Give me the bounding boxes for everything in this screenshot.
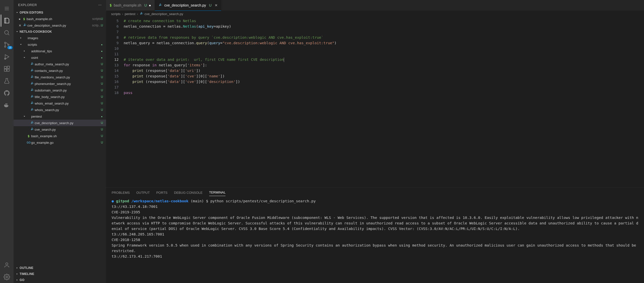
python-icon [30, 127, 35, 131]
terminal-output[interactable]: ● gitpod /workspace/netlas-cookbook (mai… [106, 197, 644, 283]
settings-gear-icon[interactable] [1, 271, 13, 283]
code-line[interactable]: # retrieve data from responses by query … [124, 35, 644, 40]
svg-rect-10 [4, 66, 7, 69]
code-line[interactable]: # create new connection to Netlas [124, 18, 644, 24]
line-number: 16 [106, 79, 119, 84]
explorer-icon[interactable] [1, 15, 13, 27]
sidebar-title: EXPLORER ⋯ [14, 0, 106, 10]
folder-item[interactable]: osint [14, 54, 106, 61]
panel-tab[interactable]: PROBLEMS [112, 189, 130, 196]
docker-icon[interactable] [1, 99, 13, 111]
code-line[interactable]: # iterate over data and print: url, firs… [124, 57, 644, 62]
github-icon[interactable] [1, 87, 13, 99]
folder-item[interactable]: scripts [14, 41, 106, 48]
svg-rect-18 [6, 104, 6, 104]
shell-icon: $ [110, 3, 112, 7]
code-line[interactable] [124, 46, 644, 51]
file-item[interactable]: phonenumber_search.pyU [14, 80, 106, 87]
file-item[interactable]: contacts_search.pyU [14, 67, 106, 74]
shell-icon: $ [22, 17, 27, 21]
chevron-down-icon [19, 43, 23, 46]
line-number: 13 [106, 62, 119, 68]
editor-tab[interactable]: $bash_example.shU● [106, 0, 155, 11]
go-header[interactable]: GO [14, 277, 106, 283]
close-icon[interactable]: ✕ [215, 3, 218, 7]
breadcrumb-item[interactable]: scripts [111, 12, 121, 16]
folder-item[interactable]: additional_tips [14, 48, 106, 54]
account-icon[interactable] [1, 259, 13, 271]
editor-tab[interactable]: cve_description_search.pyU✕ [155, 0, 221, 11]
code-line[interactable]: pass [124, 90, 644, 96]
code-content[interactable]: # create new connection to Netlasnetlas_… [124, 18, 644, 187]
search-icon[interactable] [1, 27, 13, 39]
code-line[interactable]: print (response['data']['cve'][0]['descr… [124, 79, 644, 84]
file-item[interactable]: file_mentions_search.pyU [14, 74, 106, 80]
folder-item[interactable]: pentest [14, 113, 106, 120]
git-status: U [101, 134, 103, 138]
line-number: 12 [106, 57, 119, 62]
code-line[interactable] [124, 84, 644, 90]
svg-rect-12 [7, 69, 9, 71]
file-item[interactable]: GOgo_example.goU [14, 139, 106, 146]
tree-label: file_mentions_search.py [35, 75, 101, 79]
line-gutter: 56789101112131415161718 [106, 18, 124, 187]
file-item[interactable]: title_body_search.pyU [14, 93, 106, 100]
file-item[interactable]: whois_email_search.pyU [14, 100, 106, 107]
open-editor-item[interactable]: ●$bash_example.shscriptsU [14, 16, 106, 22]
line-number: 8 [106, 35, 119, 40]
menu-icon[interactable] [1, 3, 13, 15]
file-desc: scripts [92, 17, 101, 21]
code-line[interactable] [124, 29, 644, 35]
folder-item[interactable]: images [14, 35, 106, 41]
svg-rect-16 [6, 105, 6, 105]
code-line[interactable]: netlas_connection = netlas.Netlas(api_ke… [124, 24, 644, 29]
git-status: U [101, 121, 103, 125]
chevron-down-icon [23, 115, 26, 118]
code-line[interactable]: print (response['data']['cve'][0]['name'… [124, 73, 644, 79]
breadcrumbs[interactable]: scripts›pentest›cve_description_search.p… [106, 11, 644, 17]
code-line[interactable]: print (response['data']['uri']) [124, 68, 644, 73]
file-item[interactable]: author_meta_search.pyU [14, 61, 106, 67]
panel-tab[interactable]: OUTPUT [136, 189, 150, 196]
more-icon[interactable]: ⋯ [98, 3, 102, 7]
tree-label: cve_search.py [35, 128, 101, 131]
tree-label: scripts [28, 43, 101, 46]
git-status: U [101, 17, 103, 21]
tree-label: osint [31, 56, 101, 60]
code-line[interactable]: netlas_query = netlas_connection.query(q… [124, 40, 644, 46]
file-item[interactable]: cve_search.pyU [14, 126, 106, 133]
tree-label: cve_description_search.py [35, 121, 101, 125]
python-icon [30, 108, 35, 112]
tree-label: go_example.go [31, 141, 101, 145]
file-item[interactable]: subdomain_search.pyU [14, 87, 106, 93]
panel-tab[interactable]: PORTS [156, 189, 168, 196]
svg-point-20 [6, 263, 8, 265]
open-editor-item[interactable]: ✕cve_description_search.pyscrip...U [14, 22, 106, 29]
panel-tab[interactable]: DEBUG CONSOLE [174, 189, 202, 196]
timeline-header[interactable]: TIMELINE [14, 271, 106, 277]
main-area: $bash_example.shU●cve_description_search… [106, 0, 644, 283]
extensions-icon[interactable] [1, 63, 13, 75]
file-item[interactable]: $bash_example.shU [14, 133, 106, 139]
project-header[interactable]: NETLAS-COOKBOOK [14, 29, 106, 35]
chevron-right-icon: › [122, 12, 123, 16]
svg-rect-17 [7, 105, 7, 105]
code-line[interactable]: for response in netlas_query['items']: [124, 62, 644, 68]
panel-tab[interactable]: TERMINAL [209, 189, 226, 196]
file-item[interactable]: cve_description_search.pyU [14, 120, 106, 126]
open-editors-header[interactable]: OPEN EDITORS [14, 10, 106, 16]
python-icon [30, 62, 35, 66]
breadcrumb-item[interactable]: cve_description_search.py [140, 12, 183, 16]
close-icon[interactable]: ✕ [19, 24, 21, 27]
beaker-icon[interactable] [1, 75, 13, 87]
line-number: 14 [106, 68, 119, 73]
source-control-icon[interactable]: 18 [1, 39, 13, 51]
editor[interactable]: 56789101112131415161718 # create new con… [106, 17, 644, 187]
run-debug-icon[interactable] [1, 51, 13, 63]
outline-header[interactable]: OUTLINE [14, 265, 106, 271]
code-line[interactable] [124, 51, 644, 57]
file-item[interactable]: whois_search.pyU [14, 107, 106, 113]
git-status: U [101, 24, 103, 27]
line-number: 5 [106, 18, 119, 24]
breadcrumb-item[interactable]: pentest [125, 12, 135, 16]
